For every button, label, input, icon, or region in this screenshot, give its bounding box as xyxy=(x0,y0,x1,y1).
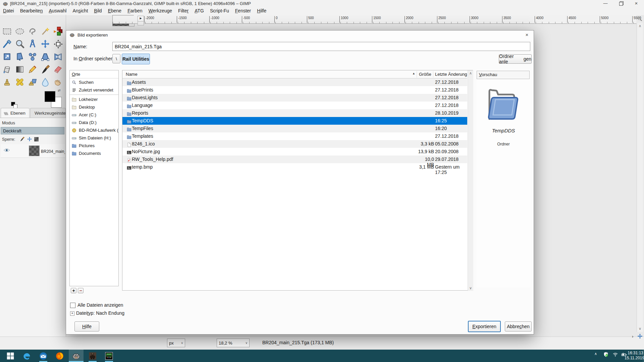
add-place-button[interactable]: + xyxy=(71,288,76,293)
blur-icon[interactable] xyxy=(40,76,51,88)
close-button[interactable]: × xyxy=(629,0,644,7)
create-folder-button[interactable]: Ordner anlegen xyxy=(499,54,532,64)
tab-werkzeugeinstellungen[interactable]: Werkzeugeinstellungen xyxy=(30,108,66,118)
file-row-daveslights[interactable]: DavesLights27.12.2018 xyxy=(122,94,467,102)
rotate-icon[interactable] xyxy=(14,51,25,62)
menu-hilfe[interactable]: Hilfe xyxy=(254,7,269,14)
file-row-reports[interactable]: Reports28.10.2019 xyxy=(122,109,467,117)
vertical-scrollbar[interactable]: ∧ ∨ xyxy=(637,23,643,332)
opacity-slider[interactable]: Deckkraft xyxy=(1,127,64,134)
paintbrush-icon[interactable] xyxy=(40,64,51,75)
file-row-assets[interactable]: Assets27.12.2018 xyxy=(122,78,467,86)
place-item-zuletzt-verwendet[interactable]: Zuletzt verwendet xyxy=(70,86,118,94)
pencil-icon[interactable] xyxy=(27,64,38,75)
crop-icon[interactable] xyxy=(1,51,13,62)
help-button[interactable]: Hilfe xyxy=(74,321,99,331)
place-item-acer-c-[interactable]: Acer (C:) xyxy=(70,111,118,119)
file-row-blueprints[interactable]: BluePrints27.12.2018 xyxy=(122,86,467,94)
heal-icon[interactable] xyxy=(14,76,25,88)
taskbar-edge-icon[interactable] xyxy=(19,350,34,362)
layer-thumbnail[interactable] xyxy=(29,145,40,156)
lock-alpha-icon[interactable] xyxy=(34,137,39,141)
place-item-bd-rom-laufwerk-[interactable]: BD-ROM-Laufwerk (... xyxy=(70,126,118,134)
menu-werkzeuge[interactable]: Werkzeuge xyxy=(146,7,175,14)
place-item-desktop[interactable]: Desktop xyxy=(70,103,118,111)
column-size[interactable]: Größe xyxy=(419,72,431,77)
move-icon[interactable] xyxy=(40,38,51,50)
taskbar-firefox-icon[interactable] xyxy=(52,350,67,362)
taskbar-thunderbird-icon[interactable] xyxy=(36,350,51,362)
unit-select[interactable]: px∨ xyxy=(167,339,185,347)
foreground-color-swatch[interactable] xyxy=(45,91,55,102)
layer-visibility-icon[interactable] xyxy=(3,148,10,153)
export-button[interactable]: Exportieren xyxy=(468,321,501,332)
show-all-files-checkbox[interactable] xyxy=(70,303,75,308)
fuzzy-select-icon[interactable] xyxy=(40,25,51,37)
ruler-menu-icon[interactable]: ▶ xyxy=(138,16,144,21)
file-row-rw-tools-help-pdf[interactable]: RW_Tools_Help.pdf10,0 MB29.07.2018 xyxy=(122,156,467,163)
perspective-icon[interactable] xyxy=(40,51,51,62)
file-row-nopicture-jpg[interactable]: NoPicture.jpg13,9 kB20.09.2008 xyxy=(122,148,467,156)
menu-ebene[interactable]: Ebene xyxy=(105,7,125,14)
file-list-scrollbar[interactable]: ∧ ∨ xyxy=(468,70,473,291)
select-by-color-icon[interactable] xyxy=(52,25,64,37)
place-item-lokheizer[interactable]: Lokheizer xyxy=(70,96,118,103)
swap-colors-icon[interactable]: ⇄ xyxy=(58,88,60,92)
filetype-label[interactable]: Dateityp: Nach Endung xyxy=(76,310,124,316)
filename-input[interactable] xyxy=(112,42,530,51)
scale-icon[interactable] xyxy=(27,51,38,62)
scroll-up-icon[interactable]: ∧ xyxy=(468,71,473,75)
minimize-button[interactable]: — xyxy=(598,0,613,7)
align-icon[interactable] xyxy=(52,38,64,50)
color-picker-icon[interactable] xyxy=(1,38,13,50)
menu-script-fu[interactable]: Script-Fu xyxy=(207,7,232,14)
zoom-icon[interactable] xyxy=(14,38,25,50)
zoom-follow-icon[interactable] xyxy=(637,16,643,22)
tray-chevron-icon[interactable]: ∧ xyxy=(594,352,597,356)
navigation-icon[interactable] xyxy=(637,333,643,339)
menu-bearbeiten[interactable]: Bearbeiten xyxy=(17,7,46,14)
taskbar-console-icon[interactable] xyxy=(102,350,116,362)
eraser-icon[interactable] xyxy=(52,64,64,75)
bucket-fill-icon[interactable] xyxy=(1,64,13,75)
file-row-templates[interactable]: Templates27.12.2018 xyxy=(122,132,467,140)
lock-position-icon[interactable] xyxy=(27,136,32,143)
smudge-icon[interactable] xyxy=(52,76,64,88)
dialog-close-icon[interactable]: × xyxy=(520,31,534,40)
file-row-tempfiles[interactable]: TempFiles16:20 xyxy=(122,125,467,132)
scroll-up-icon[interactable]: ∧ xyxy=(637,24,643,28)
menu-filter[interactable]: Filter xyxy=(175,7,192,14)
measure-icon[interactable] xyxy=(27,38,38,50)
menu-ansicht[interactable]: Ansicht xyxy=(69,7,91,14)
taskbar-trainsim-icon[interactable] xyxy=(85,350,100,362)
lock-pixels-icon[interactable] xyxy=(19,136,25,143)
place-item-documents[interactable]: Documents xyxy=(70,149,118,157)
scroll-down-icon[interactable]: ∨ xyxy=(637,326,643,331)
nav-expand-icon[interactable]: › xyxy=(632,334,633,339)
rectangle-select-icon[interactable] xyxy=(1,25,13,37)
column-modified[interactable]: Letzte Änderung xyxy=(435,72,467,77)
place-item-data-d-[interactable]: Data (D:) xyxy=(70,119,118,126)
tab-ebenen[interactable]: Ebenen xyxy=(1,108,30,118)
menu-bild[interactable]: Bild xyxy=(91,7,105,14)
menu-auswahl[interactable]: Auswahl xyxy=(46,7,69,14)
show-desktop-button[interactable] xyxy=(643,350,643,362)
file-row-temp-bmp[interactable]: temp.bmp3,1 MBGestern um 17:25 xyxy=(122,163,467,171)
wifi-icon[interactable] xyxy=(612,352,618,359)
clone-icon[interactable] xyxy=(1,76,13,88)
restore-button[interactable] xyxy=(613,0,629,7)
file-row-8246-1-ico[interactable]: 8246_1.ico3,3 kB05.02.2008 xyxy=(122,140,467,148)
taskbar-gimp-icon[interactable] xyxy=(69,350,84,362)
sort-asc-icon[interactable]: ▲ xyxy=(412,72,415,75)
remove-place-button[interactable]: − xyxy=(78,288,84,293)
menu-farben[interactable]: Farben xyxy=(124,7,145,14)
taskbar-start-icon[interactable] xyxy=(3,350,18,362)
gradient-icon[interactable] xyxy=(14,64,25,75)
taskbar-clock[interactable]: 16:31:13 15.11.2019 xyxy=(625,351,643,361)
column-name[interactable]: Name xyxy=(126,72,138,77)
ellipse-select-icon[interactable] xyxy=(14,25,25,37)
scroll-down-icon[interactable]: ∨ xyxy=(468,286,473,290)
flip-icon[interactable] xyxy=(52,51,64,62)
free-select-icon[interactable] xyxy=(27,25,38,37)
file-row-language[interactable]: Language27.12.2018 xyxy=(122,102,467,109)
